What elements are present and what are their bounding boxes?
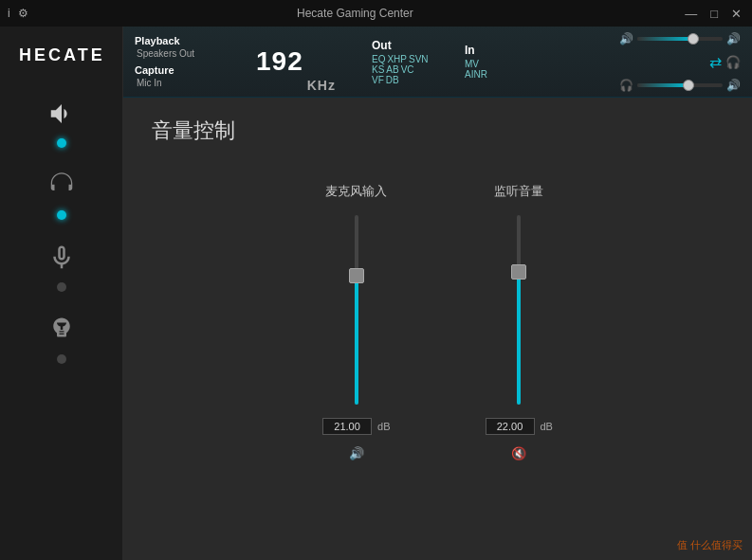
sidebar-item-light[interactable] xyxy=(0,296,122,368)
mic-slider-group: 麦克风输入 dB 🔊 xyxy=(322,183,390,461)
minimize-button[interactable]: — xyxy=(682,7,700,21)
mic-slider-label: 麦克风输入 xyxy=(325,183,387,200)
mic-icon-wrap xyxy=(41,237,83,279)
mic-thumb[interactable] xyxy=(349,268,364,283)
close-button[interactable]: ✕ xyxy=(728,7,744,21)
headphone-vol-icon[interactable]: 🎧 xyxy=(619,79,633,92)
volume-row-1: 🔊 🔊 xyxy=(619,32,741,45)
out-tags2: KS AB VC xyxy=(372,64,448,75)
freq-value: 192 xyxy=(256,46,303,77)
mv-tag[interactable]: MV xyxy=(465,59,479,69)
mic-track[interactable] xyxy=(355,215,358,405)
mic-in-label: Mic In xyxy=(135,78,239,88)
out-tags: EQ XHP SVN xyxy=(372,54,448,64)
monitor-track[interactable] xyxy=(517,215,521,405)
sidebar: HECATE xyxy=(0,27,123,560)
content-area: Playback Speakers Out Capture Mic In 192… xyxy=(123,27,752,560)
monitor-mute-icon[interactable]: 🔇 xyxy=(511,446,526,461)
speaker-icon-wrap xyxy=(41,93,83,135)
info-icon[interactable]: i xyxy=(8,7,10,20)
title-bar-info: i ⚙ xyxy=(8,7,28,20)
headphone-small-icon: 🎧 xyxy=(725,55,741,69)
headphone-dot xyxy=(57,210,66,220)
monitor-thumb[interactable] xyxy=(511,264,526,280)
monitor-value-input[interactable] xyxy=(486,418,535,435)
out-tags3: VF DB xyxy=(372,75,448,85)
playback-label: Playback xyxy=(135,35,239,46)
volume-row-2: 🎧 🔊 xyxy=(619,79,741,92)
vc-tag[interactable]: VC xyxy=(401,64,414,75)
nav-out-section: Out EQ XHP SVN KS AB VC VF DB xyxy=(372,27,448,97)
app-body: HECATE xyxy=(0,27,752,560)
headphone-icon xyxy=(47,172,76,200)
ainr-tag[interactable]: AINR xyxy=(465,69,487,80)
speaker-dot xyxy=(57,138,66,148)
in-title: In xyxy=(465,44,514,57)
nav-right: 🔊 🔊 ⇄ 🎧 🎧 🔊 xyxy=(619,27,741,97)
sidebar-items xyxy=(0,80,122,368)
window-controls: — □ ✕ xyxy=(682,7,744,21)
mic-mute-icon[interactable]: 🔊 xyxy=(349,446,364,461)
headphone-vol-icon-right[interactable]: 🔊 xyxy=(726,79,741,92)
vol-fill-1 xyxy=(637,37,693,41)
swap-row: ⇄ 🎧 xyxy=(709,53,741,71)
in-tags2: AINR xyxy=(465,69,514,80)
nav-bar: Playback Speakers Out Capture Mic In 192… xyxy=(123,27,752,98)
content-panel: 音量控制 麦克风输入 dB 🔊 xyxy=(123,98,752,560)
mic-unit: dB xyxy=(377,421,390,432)
eq-tag[interactable]: EQ xyxy=(372,54,385,64)
vol-thumb-1[interactable] xyxy=(688,33,699,45)
sliders-row: 麦克风输入 dB 🔊 监听音量 xyxy=(152,173,724,461)
sidebar-item-mic[interactable] xyxy=(0,224,122,296)
mic-vertical-slider[interactable] xyxy=(355,215,358,405)
xhp-tag[interactable]: XHP xyxy=(387,54,407,64)
mic-fill xyxy=(355,268,358,405)
maximize-button[interactable]: □ xyxy=(707,7,721,21)
swap-icon[interactable]: ⇄ xyxy=(709,53,722,71)
freq-unit: KHz xyxy=(307,78,336,97)
ab-tag[interactable]: AB xyxy=(386,64,398,75)
nav-frequency: 192 KHz xyxy=(239,27,372,97)
mic-dot xyxy=(57,282,66,292)
monitor-unit: dB xyxy=(541,421,553,432)
db-tag[interactable]: DB xyxy=(386,75,399,85)
light-icon xyxy=(47,316,76,344)
speaker-icon xyxy=(47,99,76,128)
logo: HECATE xyxy=(0,36,122,80)
speakers-out-label: Speakers Out xyxy=(135,48,239,59)
sidebar-item-speaker[interactable] xyxy=(0,80,122,152)
window-title: Hecate Gaming Center xyxy=(28,7,682,20)
vf-tag[interactable]: VF xyxy=(372,75,384,85)
nav-in-section: In MV AINR xyxy=(448,27,514,97)
watermark: 值 什么值得买 xyxy=(677,538,743,552)
monitor-value-row: dB xyxy=(486,418,553,435)
svg-text:HECATE: HECATE xyxy=(19,45,104,64)
nav-left: Playback Speakers Out Capture Mic In xyxy=(135,27,239,97)
logo-svg: HECATE xyxy=(19,44,104,64)
in-tags1: MV xyxy=(465,59,514,69)
sidebar-item-headphone[interactable] xyxy=(0,152,122,224)
out-title: Out xyxy=(372,39,448,52)
capture-label: Capture xyxy=(135,64,239,76)
monitor-slider-group: 监听音量 dB 🔇 xyxy=(486,183,553,461)
monitor-vertical-slider[interactable] xyxy=(517,215,521,405)
speaker-vol-icon-right[interactable]: 🔊 xyxy=(726,32,741,45)
vol-thumb-2[interactable] xyxy=(683,80,694,91)
mic-value-row: dB xyxy=(322,418,390,435)
light-dot xyxy=(57,354,66,364)
volume-slider-2[interactable] xyxy=(637,83,723,87)
mic-icon xyxy=(47,244,76,272)
panel-title: 音量控制 xyxy=(152,117,724,145)
volume-slider-1[interactable] xyxy=(637,37,723,41)
ks-tag[interactable]: KS xyxy=(372,64,384,75)
settings-icon[interactable]: ⚙ xyxy=(18,7,28,20)
light-icon-wrap xyxy=(41,309,83,351)
mic-value-input[interactable] xyxy=(322,418,372,435)
speaker-vol-icon[interactable]: 🔊 xyxy=(619,32,633,45)
svn-tag[interactable]: SVN xyxy=(409,54,429,64)
vol-fill-2 xyxy=(637,83,688,87)
headphone-icon-wrap xyxy=(41,165,83,207)
monitor-fill xyxy=(517,264,521,405)
monitor-slider-label: 监听音量 xyxy=(494,183,543,200)
title-bar: i ⚙ Hecate Gaming Center — □ ✕ xyxy=(0,0,752,27)
